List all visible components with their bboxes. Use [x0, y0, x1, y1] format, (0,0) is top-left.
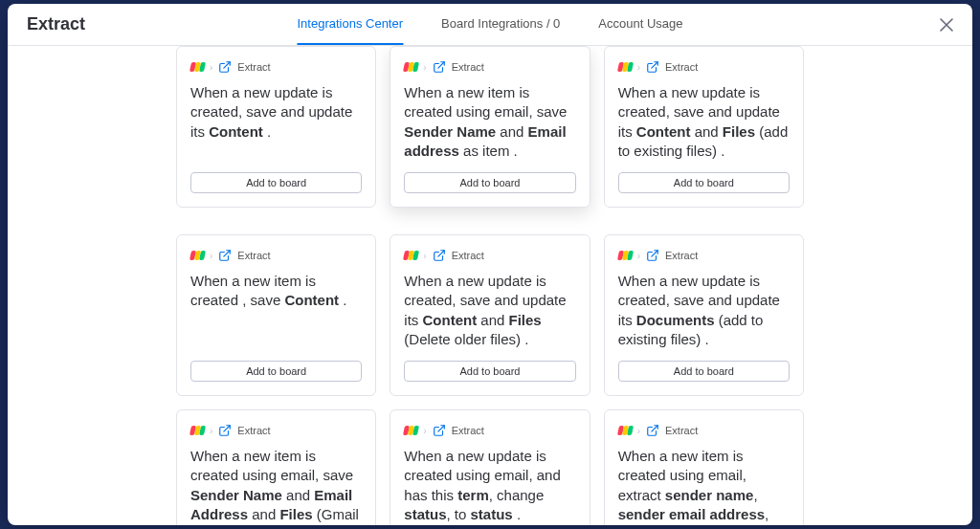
card-header: ›Extract — [404, 60, 575, 74]
add-to-board-button[interactable]: Add to board — [190, 361, 362, 382]
svg-line-7 — [438, 426, 444, 431]
monday-logo-icon — [190, 60, 204, 74]
card-header: ›Extract — [404, 424, 575, 437]
recipe-text: When a new item is created using email, … — [618, 447, 790, 525]
recipe-text: When a new item is created using email, … — [404, 83, 575, 161]
add-to-board-button[interactable]: Add to board — [618, 172, 790, 193]
card-header: ›Extract — [618, 60, 790, 74]
monday-logo-icon — [404, 424, 417, 437]
recipe-text: When a new update is created, save and u… — [404, 272, 575, 349]
extract-app-icon — [646, 60, 659, 74]
recipe-text: When a new update is created, save and u… — [190, 83, 362, 161]
card-header: ›Extract — [190, 60, 362, 74]
card-app-name: Extract — [665, 250, 698, 261]
card-header: ›Extract — [190, 249, 362, 262]
extract-app-icon — [433, 424, 446, 437]
extract-app-icon — [433, 60, 446, 74]
monday-logo-icon — [618, 60, 632, 74]
recipe-card[interactable]: ›ExtractWhen a new update is created, sa… — [604, 234, 804, 396]
card-header: ›Extract — [618, 424, 790, 437]
recipe-field[interactable]: term — [457, 487, 489, 503]
chevron-right-icon: › — [637, 62, 640, 73]
card-app-name: Extract — [452, 425, 484, 436]
monday-logo-icon — [618, 249, 632, 262]
extract-app-icon — [218, 424, 232, 437]
recipe-field[interactable]: Files — [723, 123, 755, 140]
page-title: Extract — [27, 14, 85, 34]
recipe-field[interactable]: Sender Name — [190, 487, 282, 503]
recipe-text: When a new update is created, save and u… — [618, 272, 790, 349]
chevron-right-icon: › — [423, 251, 426, 261]
recipe-field[interactable]: status — [404, 506, 446, 522]
recipe-card[interactable]: ›ExtractWhen a new update is created, sa… — [176, 46, 376, 208]
add-to-board-button[interactable]: Add to board — [618, 361, 790, 382]
close-button[interactable] — [936, 14, 957, 35]
card-header: ›Extract — [618, 249, 790, 262]
card-app-name: Extract — [665, 425, 698, 436]
monday-logo-icon — [190, 424, 204, 437]
extract-app-icon — [646, 249, 659, 262]
modal-header: Extract Integrations Center Board Integr… — [8, 4, 972, 46]
tab-board-integrations[interactable]: Board Integrations / 0 — [441, 4, 560, 45]
svg-line-8 — [652, 426, 657, 431]
recipe-text: When a new item is created , save Conten… — [190, 272, 362, 349]
chevron-right-icon: › — [637, 426, 640, 436]
svg-line-6 — [224, 426, 230, 431]
card-app-name: Extract — [237, 61, 270, 73]
card-app-name: Extract — [452, 61, 484, 73]
recipe-field[interactable]: sender name — [665, 487, 754, 503]
svg-line-1 — [438, 62, 444, 68]
header-tabs: Integrations Center Board Integrations /… — [297, 4, 682, 45]
recipe-field[interactable]: Content — [636, 123, 691, 140]
tab-integrations-center[interactable]: Integrations Center — [297, 4, 403, 45]
recipe-card[interactable]: ›ExtractWhen a new item is created , sav… — [176, 234, 376, 396]
recipe-field[interactable]: Files — [279, 506, 312, 522]
svg-line-0 — [224, 62, 230, 68]
add-to-board-button[interactable]: Add to board — [190, 172, 362, 193]
card-header: ›Extract — [404, 249, 575, 262]
extract-app-icon — [218, 249, 232, 262]
extract-app-icon — [433, 249, 446, 262]
extract-app-icon — [646, 424, 659, 437]
recipe-field[interactable]: Documents — [636, 312, 715, 328]
card-app-name: Extract — [237, 425, 270, 436]
recipe-field[interactable]: Files — [509, 312, 542, 328]
recipe-field[interactable]: Sender Name — [404, 123, 496, 140]
chevron-right-icon: › — [210, 62, 212, 73]
card-app-name: Extract — [665, 61, 698, 73]
chevron-right-icon: › — [210, 251, 212, 261]
integrations-modal: Extract Integrations Center Board Integr… — [8, 4, 972, 525]
recipe-field[interactable]: Content — [284, 292, 339, 308]
recipe-text: When a new update is created using email… — [404, 447, 575, 525]
recipe-card[interactable]: ›ExtractWhen a new item is created using… — [604, 409, 804, 525]
recipe-field[interactable]: sender email address — [618, 506, 765, 522]
close-icon — [940, 18, 953, 32]
chevron-right-icon: › — [210, 426, 212, 436]
monday-logo-icon — [190, 249, 204, 262]
tab-account-usage[interactable]: Account Usage — [598, 4, 682, 45]
add-to-board-button[interactable]: Add to board — [404, 361, 575, 382]
card-app-name: Extract — [237, 250, 270, 261]
recipe-card[interactable]: ›ExtractWhen a new item is created using… — [176, 409, 376, 525]
card-app-name: Extract — [452, 250, 484, 261]
recipe-card[interactable]: ›ExtractWhen a new update is created usi… — [390, 409, 590, 525]
svg-line-3 — [224, 251, 230, 256]
svg-line-5 — [652, 251, 657, 256]
recipe-card[interactable]: ›ExtractWhen a new update is created, sa… — [604, 46, 804, 208]
recipe-field[interactable]: status — [471, 506, 513, 522]
recipe-card[interactable]: ›ExtractWhen a new update is created, sa… — [390, 234, 590, 396]
monday-logo-icon — [404, 249, 417, 262]
recipe-card[interactable]: ›ExtractWhen a new item is created using… — [390, 46, 590, 208]
recipe-text: When a new item is created using email, … — [190, 447, 362, 525]
recipe-text: When a new update is created, save and u… — [618, 83, 790, 161]
monday-logo-icon — [618, 424, 632, 437]
monday-logo-icon — [404, 60, 417, 74]
recipe-grid: ›ExtractWhen a new update is created, sa… — [8, 46, 972, 525]
svg-line-2 — [652, 62, 657, 68]
modal-body[interactable]: ›ExtractWhen a new update is created, sa… — [8, 46, 972, 525]
recipe-field[interactable]: Content — [423, 312, 478, 328]
add-to-board-button[interactable]: Add to board — [404, 172, 575, 193]
recipe-field[interactable]: Content — [209, 123, 263, 140]
extract-app-icon — [218, 60, 232, 74]
card-header: ›Extract — [190, 424, 362, 437]
